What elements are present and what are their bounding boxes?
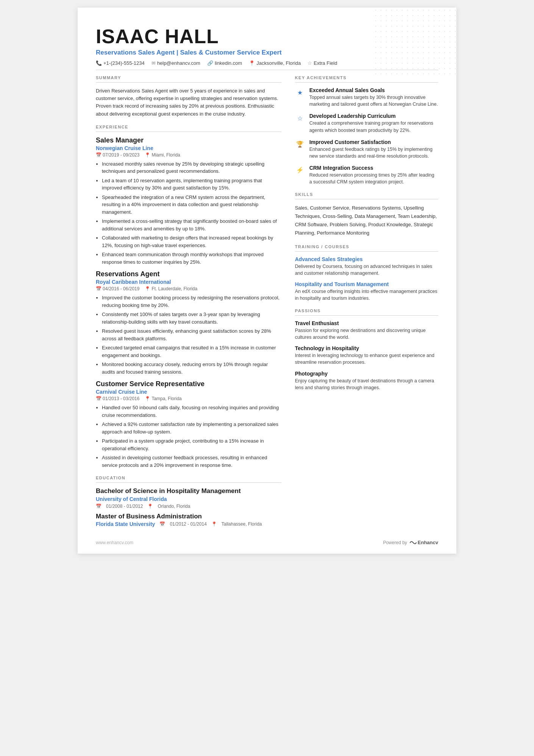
achievement-desc-2: Created a comprehensive training program… [309, 120, 438, 133]
job-title-1: Sales Manager [96, 136, 281, 144]
phone-text: +1-(234)-555-1234 [103, 60, 145, 66]
experience-label: EXPERIENCE [96, 125, 281, 129]
employer-3: Carnival Cruise Line [96, 389, 281, 395]
contact-row: 📞 +1-(234)-555-1234 ✉ help@enhancv.com 🔗… [96, 60, 438, 66]
achievements-label: KEY ACHIEVEMENTS [295, 75, 438, 80]
achievement-content-1: Exceeded Annual Sales Goals Topped annua… [309, 87, 438, 108]
footer-website: www.enhancv.com [96, 540, 133, 545]
summary-hr [96, 82, 281, 83]
achievement-1: ★ Exceeded Annual Sales Goals Topped ann… [295, 87, 438, 108]
training-item-2: Hospitality and Tourism Management An ed… [295, 281, 438, 302]
bullet-1-3: Spearheaded the integration of a new CRM… [102, 194, 281, 216]
email-contact: ✉ help@enhancv.com [151, 60, 200, 66]
trophy-icon: 🏆 [295, 139, 305, 149]
school-2: Florida State University [96, 521, 155, 527]
achievement-4: ⚡ CRM Integration Success Reduced reserv… [295, 165, 438, 185]
candidate-name: ISAAC HALL [96, 26, 438, 47]
footer-brand: Powered by Enhancv [383, 540, 438, 545]
passion-item-1: Travel Enthusiast Passion for exploring … [295, 320, 438, 341]
job-bullets-2: Improved the customer booking process by… [96, 294, 281, 376]
bullet-3-1: Handled over 50 inbound calls daily, foc… [102, 404, 281, 419]
bullet-1-4: Implemented a cross-selling strategy tha… [102, 218, 281, 232]
summary-label: SUMMARY [96, 75, 281, 80]
job-meta-3: 📅 01/2013 - 03/2016 📍 Tampa, Florida [96, 396, 281, 401]
email-icon: ✉ [151, 60, 156, 66]
achievement-title-1: Exceeded Annual Sales Goals [309, 87, 438, 93]
location-text: Jacksonville, Florida [256, 60, 301, 66]
bullet-1-6: Enhanced team communication through mont… [102, 251, 281, 266]
edu-pin-icon-2: 📍 [211, 521, 217, 527]
skills-hr [295, 199, 438, 199]
achievement-title-4: CRM Integration Success [309, 165, 438, 171]
candidate-title: Reservations Sales Agent | Sales & Custo… [96, 49, 438, 56]
achievement-2: ☆ Developed Leadership Curriculum Create… [295, 113, 438, 133]
experience-hr [96, 131, 281, 132]
enhancv-logo: Enhancv [409, 540, 438, 545]
bullet-2-5: Monitored booking accuracy closely, redu… [102, 361, 281, 376]
employer-1: Norwegian Cruise Line [96, 145, 281, 151]
left-column: SUMMARY Driven Reservations Sales Agent … [96, 75, 281, 531]
training-label: TRAINING / COURSES [295, 244, 438, 249]
bullet-1-2: Led a team of 10 reservation agents, imp… [102, 177, 281, 192]
passion-item-3: Photography Enjoy capturing the beauty o… [295, 371, 438, 391]
training-item-1: Advanced Sales Strategies Delivered by C… [295, 256, 438, 277]
extra-contact: ☆ Extra Field [308, 60, 337, 66]
location-contact: 📍 Jacksonville, Florida [249, 60, 301, 66]
job-location-2: 📍 Ft. Lauderdale, Florida [145, 286, 197, 291]
job-location-3: 📍 Tampa, Florida [145, 396, 181, 401]
edu-calendar-icon-1: 📅 [96, 504, 101, 509]
training-title-1: Advanced Sales Strategies [295, 256, 438, 262]
phone-icon: 📞 [96, 60, 102, 66]
education-label: EDUCATION [96, 476, 281, 480]
passion-desc-1: Passion for exploring new destinations a… [295, 327, 438, 341]
job-meta-1: 📅 07/2019 - 09/2023 📍 Miami, Florida [96, 152, 281, 158]
edu-meta-1: 📅 01/2008 - 01/2012 📍 Orlando, Florida [96, 504, 281, 509]
website-text: linkedin.com [215, 60, 242, 66]
edu-pin-icon-1: 📍 [147, 504, 153, 509]
training-title-2: Hospitality and Tourism Management [295, 281, 438, 287]
skills-text: Sales, Customer Service, Reservations Sy… [295, 204, 438, 237]
job-dates-2: 📅 04/2016 - 06/2019 [96, 286, 139, 291]
bullet-3-4: Assisted in developing customer feedback… [102, 454, 281, 469]
link-icon: 🔗 [207, 60, 213, 66]
pin-icon-1: 📍 [145, 152, 150, 158]
star-extra-icon: ☆ [308, 60, 312, 66]
right-column: KEY ACHIEVEMENTS ★ Exceeded Annual Sales… [295, 75, 438, 531]
job-location-1: 📍 Miami, Florida [145, 152, 180, 158]
website-contact: 🔗 linkedin.com [207, 60, 242, 66]
edu-inline-meta-2: Florida State University 📅 01/2012 - 01/… [96, 521, 281, 527]
school-1: University of Central Florida [96, 496, 167, 502]
calendar-icon-1: 📅 [96, 152, 101, 158]
main-content: SUMMARY Driven Reservations Sales Agent … [96, 75, 438, 531]
bullet-2-3: Resolved guest issues efficiently, enhan… [102, 327, 281, 342]
degree-1: Bachelor of Science in Hospitality Manag… [96, 487, 281, 495]
achievement-desc-3: Enhanced guest feedback ratings by 15% b… [309, 146, 438, 160]
job-title-3: Customer Service Representative [96, 380, 281, 388]
passion-title-2: Technology in Hospitality [295, 345, 438, 351]
bullet-1-5: Collaborated with marketing to design of… [102, 234, 281, 249]
bullet-2-4: Executed targeted email campaigns that r… [102, 344, 281, 359]
bolt-icon: ⚡ [295, 165, 305, 175]
job-title-2: Reservations Agent [96, 270, 281, 278]
passions-label: PASSIONS [295, 308, 438, 313]
passion-title-3: Photography [295, 371, 438, 377]
passion-desc-3: Enjoy capturing the beauty of travel des… [295, 377, 438, 391]
achievement-content-2: Developed Leadership Curriculum Created … [309, 113, 438, 133]
page-footer: www.enhancv.com Powered by Enhancv [96, 540, 438, 545]
achievement-3: 🏆 Improved Customer Satisfaction Enhance… [295, 139, 438, 160]
header: ISAAC HALL Reservations Sales Agent | Sa… [96, 26, 438, 66]
powered-by-text: Powered by [383, 540, 407, 545]
email-text: help@enhancv.com [157, 60, 200, 66]
job-bullets-1: Increased monthly sales revenue by 25% b… [96, 160, 281, 266]
training-desc-1: Delivered by Coursera, focusing on advan… [295, 263, 438, 277]
header-divider [96, 70, 438, 70]
passion-item-2: Technology in Hospitality Interest in le… [295, 345, 438, 366]
achievement-title-3: Improved Customer Satisfaction [309, 139, 438, 145]
employer-2: Royal Caribbean International [96, 279, 281, 285]
location-icon: 📍 [249, 60, 255, 66]
achievement-content-4: CRM Integration Success Reduced reservat… [309, 165, 438, 185]
pin-icon-3: 📍 [145, 396, 150, 401]
calendar-icon-2: 📅 [96, 286, 101, 291]
job-meta-2: 📅 04/2016 - 06/2019 📍 Ft. Lauderdale, Fl… [96, 286, 281, 291]
edu-calendar-icon-2: 📅 [159, 521, 165, 527]
